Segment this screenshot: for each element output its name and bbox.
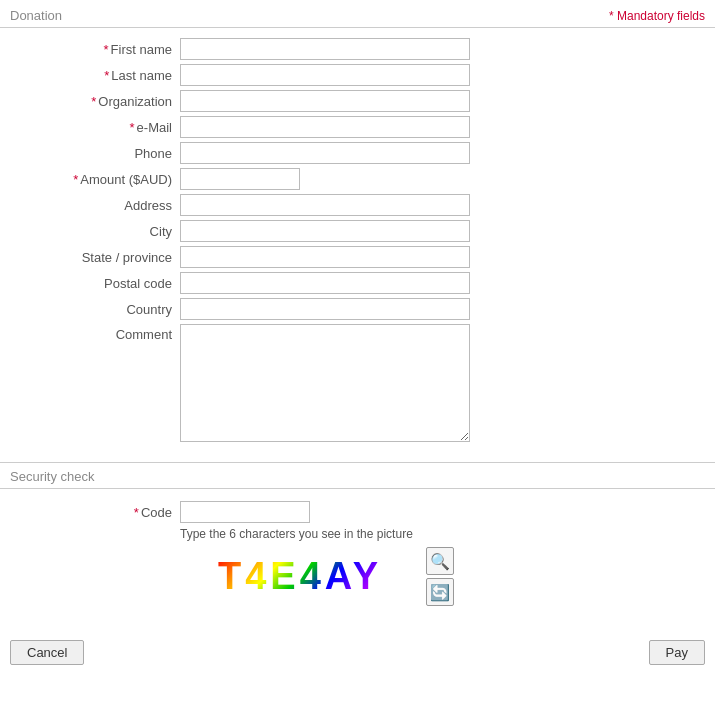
phone-input[interactable] [180,142,470,164]
address-label: Address [10,198,180,213]
security-title: Security check [10,469,95,484]
footer-buttons: Cancel Pay [0,620,715,675]
code-label: *Code [10,505,180,520]
comment-input[interactable] [180,324,470,442]
captcha-hint: Type the 6 characters you see in the pic… [180,527,705,541]
address-input[interactable] [180,194,470,216]
donation-section-header: Donation * Mandatory fields [0,0,715,28]
amount-input[interactable] [180,168,300,190]
city-input[interactable] [180,220,470,242]
address-row: Address [10,194,705,216]
first-name-row: *First name [10,38,705,60]
phone-row: Phone [10,142,705,164]
last-name-label: *Last name [10,68,180,83]
refresh-icon: 🔄 [430,583,450,602]
amount-row: *Amount ($AUD) [10,168,705,190]
captcha-image: T4E4AY [180,554,420,599]
email-row: *e-Mail [10,116,705,138]
phone-label: Phone [10,146,180,161]
captcha-row: T4E4AY 🔍 🔄 [180,547,705,606]
code-row: *Code [10,501,705,523]
first-name-label: *First name [10,42,180,57]
postal-code-label: Postal code [10,276,180,291]
captcha-buttons: 🔍 🔄 [426,547,454,606]
security-header: Security check [0,462,715,489]
last-name-row: *Last name [10,64,705,86]
donation-title: Donation [10,8,62,23]
email-input[interactable] [180,116,470,138]
organization-row: *Organization [10,90,705,112]
country-label: Country [10,302,180,317]
security-area: *Code Type the 6 characters you see in t… [0,497,715,610]
first-name-input[interactable] [180,38,470,60]
comment-label: Comment [10,324,180,342]
pay-button[interactable]: Pay [649,640,705,665]
captcha-refresh-button[interactable]: 🔄 [426,578,454,606]
cancel-button[interactable]: Cancel [10,640,84,665]
country-input[interactable] [180,298,470,320]
country-row: Country [10,298,705,320]
state-row: State / province [10,246,705,268]
organization-input[interactable] [180,90,470,112]
security-section: Security check *Code Type the 6 characte… [0,462,715,610]
last-name-input[interactable] [180,64,470,86]
mandatory-fields-note: * Mandatory fields [609,9,705,23]
email-label: *e-Mail [10,120,180,135]
code-input[interactable] [180,501,310,523]
amount-label: *Amount ($AUD) [10,172,180,187]
city-label: City [10,224,180,239]
captcha-zoom-button[interactable]: 🔍 [426,547,454,575]
zoom-icon: 🔍 [430,552,450,571]
postal-code-row: Postal code [10,272,705,294]
postal-code-input[interactable] [180,272,470,294]
organization-label: *Organization [10,94,180,109]
city-row: City [10,220,705,242]
captcha-text: T4E4AY [218,555,382,598]
donation-form: *First name *Last name *Organization *e-… [0,34,715,450]
state-label: State / province [10,250,180,265]
state-input[interactable] [180,246,470,268]
comment-row: Comment [10,324,705,442]
